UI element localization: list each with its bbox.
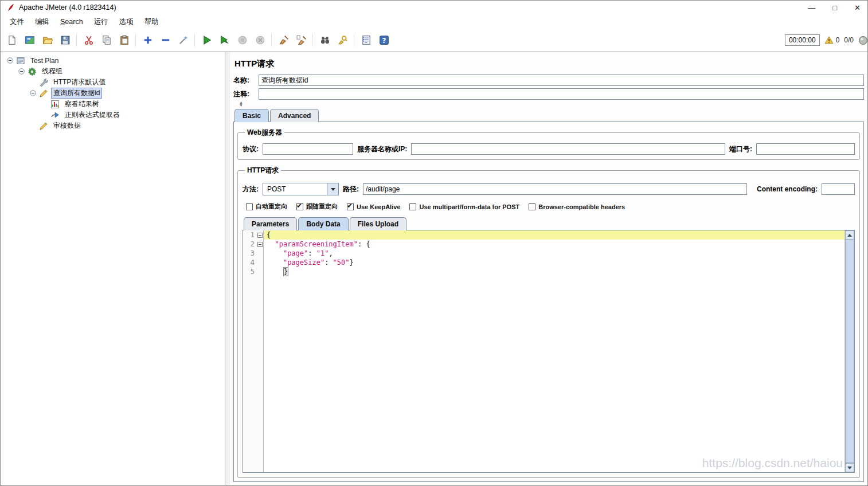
basic-advanced-tabs: BasicAdvanced	[234, 109, 864, 122]
fold-toggle-icon[interactable]	[256, 240, 264, 249]
log-errors-indicator[interactable]: 0	[824, 36, 840, 45]
menu-item-search[interactable]: Search	[59, 17, 84, 27]
checkbox-auto-redirect[interactable]: 自动重定向	[246, 202, 287, 211]
search-reset-button[interactable]	[334, 32, 351, 49]
editor-line[interactable]: 2 "paramScreeningItem": {	[243, 240, 844, 249]
protocol-input[interactable]	[263, 143, 353, 155]
maximize-button[interactable]: □	[832, 4, 837, 11]
toolbar-separator	[192, 33, 198, 48]
open-file-button[interactable]	[38, 32, 56, 49]
server-name-input[interactable]	[411, 143, 725, 155]
toggle-button[interactable]	[174, 32, 192, 49]
editor-line[interactable]: 1{	[243, 230, 844, 240]
minimize-button[interactable]: —	[808, 4, 815, 11]
tab-body-data[interactable]: Body Data	[298, 217, 348, 230]
search-button[interactable]	[316, 32, 334, 49]
editor-line[interactable]: 3 "page": "1",	[243, 249, 844, 258]
help-button[interactable]: ?	[375, 32, 393, 49]
method-select[interactable]: POST	[263, 183, 339, 195]
wrench-icon	[39, 78, 48, 87]
checkbox-use-keepalive[interactable]: ✔Use KeepAlive	[347, 203, 400, 210]
function-helper-button[interactable]	[357, 32, 375, 49]
name-input[interactable]	[259, 75, 864, 86]
function-helper-icon	[361, 35, 372, 45]
protocol-label: 协议:	[243, 144, 259, 154]
copy-button[interactable]	[97, 32, 115, 49]
tree-node-test-plan[interactable]: Test Plan	[4, 55, 224, 66]
menu-item-file[interactable]: 文件	[9, 16, 25, 28]
paste-button[interactable]	[115, 32, 133, 49]
cut-icon	[84, 35, 94, 45]
port-input[interactable]	[756, 143, 855, 155]
clear-all-button[interactable]	[292, 32, 310, 49]
checkbox-browser-compatible-headers[interactable]: Browser-compatible headers	[529, 203, 625, 210]
shutdown-icon	[255, 35, 265, 45]
tree-node-audit-data[interactable]: 审核数据	[4, 120, 224, 131]
close-button[interactable]: ✕	[854, 4, 861, 11]
editor-vertical-scrollbar[interactable]	[844, 230, 854, 472]
menu-item-edit[interactable]: 编辑	[34, 16, 50, 28]
tree-node-label: 正则表达式提取器	[62, 109, 122, 120]
combo-dropdown-button[interactable]	[327, 183, 338, 195]
expand-all-button[interactable]	[139, 32, 157, 49]
tree-node-view-results-tree[interactable]: 察看结果树	[4, 99, 224, 109]
checkbox-label: Use KeepAlive	[357, 203, 400, 210]
editor-line[interactable]: 5 }	[243, 267, 844, 276]
stop-button[interactable]	[233, 32, 251, 49]
menu-item-help[interactable]: 帮助	[143, 16, 160, 28]
new-file-button[interactable]	[3, 32, 21, 49]
port-label: 端口号:	[729, 144, 752, 154]
menu-item-options[interactable]: 选项	[118, 16, 135, 28]
checkbox-use-multipart-form-data[interactable]: Use multipart/form-data for POST	[409, 203, 519, 210]
templates-button[interactable]	[21, 32, 38, 49]
tab-files-upload[interactable]: Files Upload	[350, 217, 406, 230]
tree-node-http-request-defaults[interactable]: HTTP请求默认值	[4, 77, 224, 88]
tree-node-thread-group[interactable]: 线程组	[4, 66, 224, 77]
body-data-editor[interactable]: 1{2 "paramScreeningItem": {3 "page": "1"…	[243, 230, 854, 472]
tree-expand-toggle[interactable]	[18, 68, 25, 75]
scroll-up-button[interactable]	[845, 230, 854, 240]
toolbar-separator	[351, 33, 357, 48]
tree-node-query-all-data-id[interactable]: 查询所有数据id	[4, 88, 224, 99]
window-title: Apache JMeter (4.0 r1823414)	[19, 3, 116, 11]
clear-button[interactable]	[275, 32, 292, 49]
http-options-checkboxes: 自动重定向✔跟随重定向✔Use KeepAliveUse multipart/f…	[243, 202, 855, 211]
split-pane-divider[interactable]	[225, 52, 230, 485]
checkbox-box-icon	[409, 203, 416, 210]
tab-advanced[interactable]: Advanced	[270, 109, 319, 122]
clear-icon	[279, 35, 289, 45]
svg-text:?: ?	[382, 37, 386, 45]
tree-expand-toggle[interactable]	[29, 89, 37, 97]
collapse-all-button[interactable]	[157, 32, 174, 49]
code-text: "pageSize": "50"}	[264, 258, 844, 267]
cut-button[interactable]	[80, 32, 97, 49]
content-encoding-input[interactable]	[822, 183, 855, 195]
help-icon: ?	[379, 35, 389, 45]
shutdown-button[interactable]	[251, 32, 269, 49]
save-icon	[60, 35, 71, 45]
scroll-down-button[interactable]	[845, 463, 854, 472]
path-input[interactable]	[363, 183, 747, 195]
start-no-pauses-button[interactable]	[216, 32, 233, 49]
toggle-icon	[178, 35, 189, 45]
paste-icon	[119, 35, 130, 45]
menu-item-run[interactable]: 运行	[93, 16, 110, 28]
tab-basic[interactable]: Basic	[234, 109, 269, 122]
chevron-down-icon	[847, 467, 852, 469]
tree-node-regex-extractor[interactable]: 正则表达式提取器	[4, 109, 224, 120]
tree-expand-toggle[interactable]	[6, 57, 14, 64]
tab-parameters[interactable]: Parameters	[244, 217, 297, 230]
start-button[interactable]	[198, 32, 216, 49]
checkbox-box-icon	[246, 203, 253, 210]
start-icon	[202, 35, 212, 45]
check-mark-icon: ✔	[347, 202, 353, 210]
warning-count: 0	[836, 36, 840, 44]
comments-input[interactable]	[259, 88, 864, 100]
scrollbar-thumb[interactable]	[845, 240, 854, 463]
fold-toggle-icon[interactable]	[256, 230, 264, 240]
save-button[interactable]	[56, 32, 74, 49]
checkbox-follow-redirects[interactable]: ✔跟随重定向	[296, 202, 338, 211]
menubar: 文件编辑Search运行选项帮助	[1, 14, 867, 29]
editor-line[interactable]: 4 "pageSize": "50"}	[243, 258, 844, 267]
body-data-tabs: ParametersBody DataFiles Upload	[244, 217, 855, 230]
